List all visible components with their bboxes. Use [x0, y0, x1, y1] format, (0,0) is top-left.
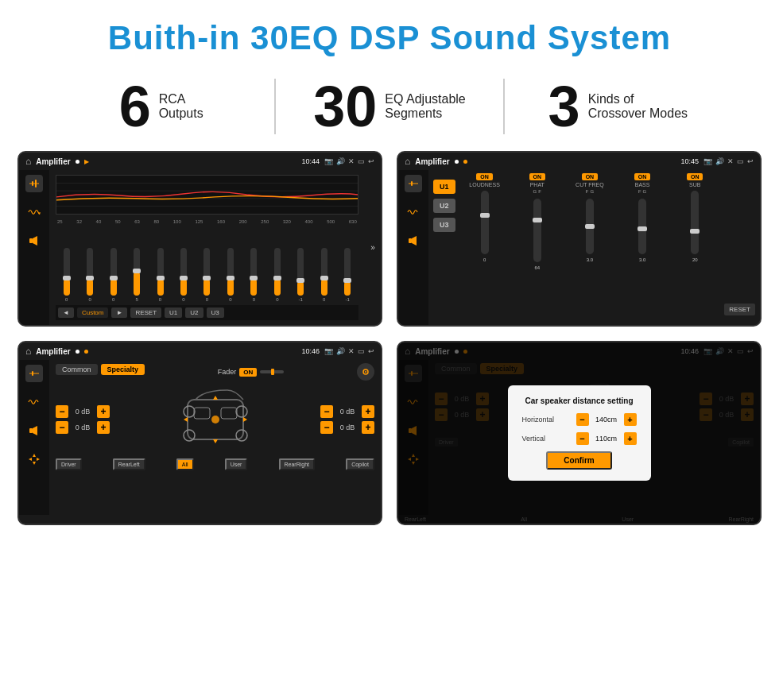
- vertical-plus[interactable]: +: [624, 432, 637, 445]
- wave-icon-2[interactable]: [405, 203, 422, 221]
- eq-slider-4[interactable]: 0: [157, 248, 164, 302]
- prev-btn[interactable]: ◄: [58, 307, 74, 318]
- screen-fader: ⌂ Amplifier 10:46 📷 🔊 ✕ ▭ ↩: [17, 341, 382, 525]
- copilot-btn[interactable]: Copilot: [346, 458, 374, 470]
- speaker-icon[interactable]: [25, 232, 43, 249]
- eq-slider-7[interactable]: 0: [227, 248, 234, 302]
- ch-sub-thumb: [690, 229, 700, 234]
- u3-btn[interactable]: U3: [207, 307, 224, 318]
- next-btn[interactable]: ►: [111, 307, 127, 318]
- vertical-minus[interactable]: −: [576, 432, 589, 445]
- svg-rect-11: [409, 238, 412, 243]
- dialog-horizontal-row: Horizontal − 140cm +: [522, 413, 637, 426]
- eq-slider-12[interactable]: -1: [344, 248, 351, 302]
- crossover-channels: ON LOUDNESS 0 ON PHAT GF: [460, 173, 720, 322]
- speaker-icon-3[interactable]: [25, 422, 43, 439]
- horizontal-stepper: − 140cm +: [576, 413, 637, 426]
- u1-select[interactable]: U1: [433, 180, 455, 194]
- eq-val-6: 0: [206, 297, 208, 302]
- fader-middle: − 0 dB + − 0 dB +: [56, 384, 374, 455]
- eq-slider-5[interactable]: 0: [180, 248, 187, 302]
- arrows-icon-3[interactable]: [25, 451, 43, 468]
- eq-slider-10[interactable]: -1: [297, 248, 304, 302]
- screen-distance: ⌂ Amplifier 10:46 📷 🔊 ✕ ▭ ↩: [397, 341, 762, 525]
- status-dot-orange-2: [463, 160, 467, 164]
- db-minus-tl[interactable]: −: [56, 405, 68, 418]
- settings-icon-circle[interactable]: [357, 363, 374, 381]
- eq-slider-0[interactable]: 0: [64, 248, 70, 302]
- slider-thumb-0: [63, 276, 71, 280]
- tab-specialty[interactable]: Specialty: [101, 364, 145, 375]
- ch-phat-label: PHAT: [530, 182, 545, 188]
- ch-bass-val: 3.0: [639, 257, 645, 262]
- eq-val-4: 0: [159, 297, 161, 302]
- eq-slider-1[interactable]: 0: [87, 248, 93, 302]
- ch-loudness-slider[interactable]: [481, 191, 489, 254]
- driver-btn[interactable]: Driver: [56, 458, 82, 470]
- wave-icon-3[interactable]: [25, 393, 43, 411]
- ch-bass-slider[interactable]: [638, 199, 646, 254]
- slider-thumb-11: [320, 276, 328, 280]
- vertical-value: 110cm: [592, 435, 621, 443]
- eq-val-10: -1: [299, 297, 303, 302]
- stat-crossover-text: Kinds of Crossover Modes: [588, 92, 688, 121]
- slider-track-0: [64, 248, 70, 296]
- rearleft-btn[interactable]: RearLeft: [113, 458, 145, 470]
- slider-track-12: [344, 248, 351, 296]
- stat-crossover: 3 Kinds of Crossover Modes: [505, 78, 731, 135]
- wave-icon[interactable]: [25, 203, 43, 221]
- eq-icon-2[interactable]: [405, 175, 422, 192]
- status-bar-2: ⌂ Amplifier 10:45 📷 🔊 ✕ ▭ ↩: [398, 153, 760, 170]
- u2-select[interactable]: U2: [433, 199, 455, 213]
- db-minus-tr[interactable]: −: [320, 405, 333, 418]
- u2-btn[interactable]: U2: [185, 307, 203, 318]
- db-plus-tl[interactable]: +: [97, 405, 110, 418]
- svg-marker-17: [33, 454, 36, 457]
- svg-rect-15: [29, 428, 33, 433]
- u1-btn[interactable]: U1: [165, 307, 182, 318]
- back-icon-1: ↩: [368, 157, 374, 165]
- eq-val-7: 0: [229, 297, 231, 302]
- custom-label[interactable]: Custom: [77, 307, 109, 318]
- slider-track-3: [134, 248, 140, 296]
- speaker-icon-2[interactable]: [405, 232, 422, 249]
- eq-val-11: 0: [323, 297, 325, 302]
- u-buttons: U1 U2 U3: [433, 173, 455, 322]
- reset-btn[interactable]: RESET: [130, 307, 161, 318]
- eq-slider-3[interactable]: 5: [134, 248, 140, 302]
- rearright-btn[interactable]: RearRight: [279, 458, 316, 470]
- tab-common[interactable]: Common: [56, 364, 98, 375]
- svg-marker-19: [29, 458, 32, 461]
- horizontal-minus[interactable]: −: [576, 413, 589, 426]
- icons-right-1: 📷 🔊 ✕ ▭ ↩: [324, 157, 374, 165]
- db-plus-tr[interactable]: +: [362, 405, 374, 418]
- icons-right-3: 📷 🔊 ✕ ▭ ↩: [324, 347, 374, 355]
- confirm-button[interactable]: Confirm: [546, 451, 611, 470]
- all-btn[interactable]: All: [176, 458, 194, 470]
- db-minus-bl[interactable]: −: [56, 421, 68, 434]
- ch-phat-slider[interactable]: [533, 199, 541, 262]
- eq-icon[interactable]: [25, 175, 43, 192]
- eq-slider-6[interactable]: 0: [203, 248, 210, 302]
- slider-fill-3: [134, 272, 140, 296]
- vertical-label: Vertical: [522, 435, 562, 443]
- crossover-reset-btn[interactable]: RESET: [724, 304, 755, 315]
- ch-cutfreq-slider[interactable]: [586, 199, 594, 254]
- eq-val-9: 0: [276, 297, 278, 302]
- stat-rca: 6 RCA Outputs: [48, 78, 274, 135]
- user-btn[interactable]: User: [225, 458, 248, 470]
- eq-controls: ◄ Custom ► RESET U1 U2 U3: [56, 305, 358, 320]
- eq-icon-3[interactable]: [25, 365, 43, 382]
- horizontal-plus[interactable]: +: [624, 413, 637, 426]
- db-minus-br[interactable]: −: [320, 421, 333, 434]
- slider-track-4: [157, 248, 164, 296]
- svg-point-24: [365, 371, 366, 373]
- eq-slider-8[interactable]: 0: [250, 248, 257, 302]
- eq-slider-9[interactable]: 0: [274, 248, 281, 302]
- eq-slider-11[interactable]: 0: [321, 248, 327, 302]
- db-plus-br[interactable]: +: [362, 421, 374, 434]
- eq-slider-2[interactable]: 0: [110, 248, 117, 302]
- db-plus-bl[interactable]: +: [97, 421, 110, 434]
- u3-select[interactable]: U3: [433, 218, 455, 232]
- ch-sub-slider[interactable]: [691, 191, 699, 254]
